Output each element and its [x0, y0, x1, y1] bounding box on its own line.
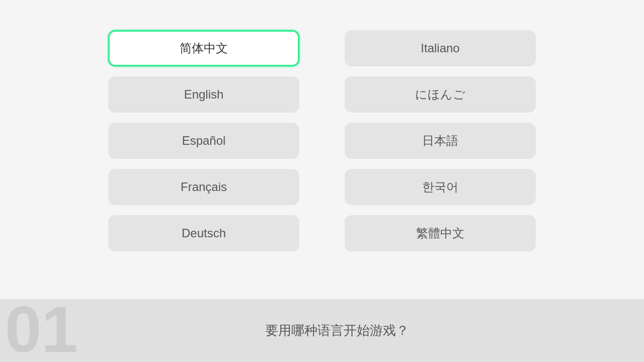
- lang-btn-german[interactable]: Deutsch: [108, 215, 299, 251]
- language-grid: 简体中文EnglishEspañolFrançaisDeutschItalian…: [108, 30, 536, 251]
- lang-btn-japanese-kanji[interactable]: 日本語: [345, 123, 536, 159]
- main-content: 简体中文EnglishEspañolFrançaisDeutschItalian…: [0, 0, 644, 332]
- lang-btn-japanese-hiragana[interactable]: にほんご: [345, 76, 536, 113]
- lang-btn-french[interactable]: Français: [108, 169, 299, 205]
- lang-btn-simplified-chinese[interactable]: 简体中文: [108, 30, 299, 66]
- lang-btn-spanish[interactable]: Español: [108, 123, 299, 159]
- bottom-bar: 01 要用哪种语言开始游戏？: [0, 299, 644, 362]
- lang-btn-korean[interactable]: 한국어: [345, 169, 536, 205]
- lang-btn-english[interactable]: English: [108, 76, 299, 113]
- lang-btn-italian[interactable]: Italiano: [345, 30, 536, 66]
- step-number: 01: [0, 297, 78, 362]
- bottom-question: 要用哪种语言开始游戏？: [265, 322, 409, 339]
- lang-btn-traditional-chinese[interactable]: 繁體中文: [345, 215, 536, 251]
